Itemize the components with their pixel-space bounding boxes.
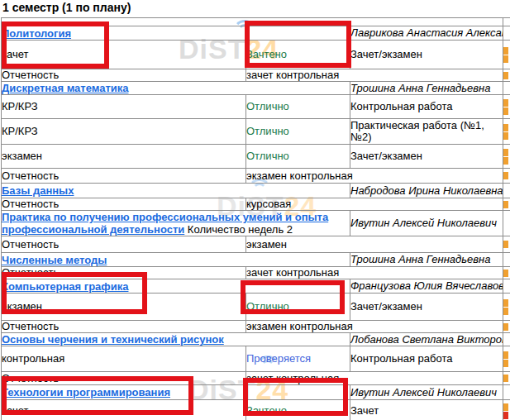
clipped-column-cell	[503, 236, 510, 253]
work-type-cell: Практическая работа (№1, №2)	[350, 119, 503, 145]
grade-row: КР/КРЗОтличноКонтрольная работа	[2, 95, 510, 119]
clipped-text-fragment	[503, 403, 508, 411]
clipped-column-cell	[503, 385, 510, 400]
teacher-name: Лобанова Светлана Викторовна	[350, 333, 503, 346]
subject-row: Компьютерная графикаФранцузова Юлия Вяче…	[2, 279, 510, 294]
grade-value: Зачтено	[246, 404, 287, 417]
clipped-column-cell	[503, 145, 510, 169]
subject-link[interactable]: Численные методы	[2, 254, 107, 266]
subject-cell: Дискретная математика	[2, 82, 350, 95]
clipped-column-cell	[503, 346, 510, 372]
report-row: Отчетностьзачет контрольная	[2, 69, 510, 82]
clipped-column-cell	[503, 41, 510, 69]
clipped-text-fragment	[503, 201, 508, 208]
clipped-column-cell	[503, 82, 510, 95]
report-label: Отчетность	[2, 321, 246, 333]
subject-link[interactable]: Основы черчения и технический рисунок	[2, 333, 224, 346]
clipped-text-fragment	[503, 149, 508, 156]
work-type-cell: Зачет/экзамен	[350, 145, 503, 169]
grade-value: Отлично	[246, 125, 289, 137]
work-type-cell: Зачет/экзамен	[350, 294, 503, 321]
clipped-column-cell	[503, 26, 510, 41]
grade-row: экзаменОтличноЗачет/экзамен	[2, 145, 510, 169]
clipped-column-cell	[503, 267, 510, 279]
subject-cell: Базы данных	[2, 184, 350, 198]
subject-cell: Компьютерная графика	[2, 279, 350, 294]
report-value: экзамен	[246, 236, 503, 253]
grade-cell: Отлично	[246, 95, 350, 119]
grade-value: Отлично	[246, 300, 289, 313]
subject-link[interactable]: Базы данных	[2, 184, 74, 197]
empty-cell	[2, 18, 503, 26]
clipped-column-cell	[503, 333, 510, 346]
clipped-column-cell	[503, 69, 510, 82]
report-row: Отчетностьэкзамен контрольная	[2, 321, 510, 333]
clipped-column-cell	[503, 279, 510, 294]
clipped-text-fragment	[503, 107, 508, 115]
report-label: Отчетность	[2, 267, 246, 279]
clipped-text-fragment	[503, 72, 508, 79]
clipped-column-cell	[503, 198, 510, 211]
grade-value: Зачтено	[246, 48, 287, 60]
grade-cell: Отлично	[246, 145, 350, 169]
report-value: зачет контрольная	[246, 372, 503, 385]
clipped-text-fragment	[503, 299, 508, 307]
teacher-name: Ивутин Алексей Николаевич	[350, 211, 503, 236]
report-label: Отчетность	[2, 198, 246, 211]
clipped-text-fragment	[503, 323, 508, 331]
report-label: Отчетность	[2, 236, 246, 253]
report-value: зачет контрольная	[246, 69, 503, 82]
clipped-column-cell	[503, 294, 510, 321]
report-row: Отчетностьзачет контрольная	[2, 267, 510, 279]
subject-link[interactable]: Технологии программирования	[2, 386, 170, 399]
report-value: экзамен контрольная	[246, 321, 503, 333]
spacer-row	[2, 18, 510, 26]
clipped-column-cell	[503, 372, 510, 385]
clipped-text-fragment	[503, 360, 508, 367]
assessment-form-cell: КР/КРЗ	[2, 119, 246, 145]
grade-row: КР/КРЗОтличноПрактическая работа (№1, №2…	[2, 119, 510, 145]
grade-cell: Зачтено	[246, 41, 350, 69]
report-row: Отчетностьэкзамен	[2, 236, 510, 253]
subject-link[interactable]: Политология	[2, 27, 71, 40]
clipped-column-cell	[503, 184, 510, 198]
subject-row: Технологии программированияИвутин Алексе…	[2, 385, 510, 400]
grade-cell: Отлично	[246, 119, 350, 145]
report-value: экзамен контрольная	[246, 169, 503, 184]
grade-value: Отлично	[246, 100, 289, 112]
grade-value: Отлично	[246, 150, 289, 162]
semester-title: 1 семестр (1 по плану)	[2, 1, 131, 14]
grade-cell: Проверяется	[246, 346, 350, 372]
semester-grades-table: ПолитологияЛаврикова Анастасия Александр…	[1, 17, 510, 420]
grade-row: зачетЗачтеноЗачет/экзамен	[2, 41, 510, 69]
work-type-cell: Зачет	[350, 400, 503, 420]
report-row: Отчетностькурсовая	[2, 198, 510, 211]
teacher-name: Лаврикова Анастасия Александровна	[350, 26, 503, 41]
subject-link[interactable]: Дискретная математика	[2, 82, 129, 94]
grade-row: контрольнаяПроверяетсяКонтрольная работа	[2, 346, 510, 372]
clipped-text-fragment	[503, 172, 508, 179]
subject-cell: Практика по получению профессиональных у…	[2, 211, 350, 236]
clipped-text-fragment	[503, 412, 508, 419]
clipped-text-fragment	[503, 47, 508, 55]
subject-row: ПолитологияЛаврикова Анастасия Александр…	[2, 26, 510, 41]
clipped-text-fragment	[503, 132, 508, 140]
subject-link[interactable]: Компьютерная графика	[2, 280, 128, 293]
assessment-form-cell: экзамен	[2, 145, 246, 169]
assessment-form-cell: экзамен	[2, 294, 246, 321]
subject-row: Основы черчения и технический рисунокЛоб…	[2, 333, 510, 346]
clipped-text-fragment	[503, 124, 508, 131]
gradebook-page: 1 семестр (1 по плану) DiST24 DiST24 DiS…	[0, 0, 510, 420]
clipped-text-fragment	[503, 241, 508, 248]
grade-value: Проверяется	[246, 352, 311, 365]
subject-cell: Численные методы	[2, 253, 350, 267]
clipped-column-cell	[503, 321, 510, 333]
subject-extra-text: Количество недель 2	[184, 223, 293, 236]
clipped-column-cell	[503, 211, 510, 236]
clipped-column-cell	[503, 253, 510, 267]
clipped-text-fragment	[503, 351, 508, 359]
report-row: Отчетностьэкзамен контрольная	[2, 169, 510, 184]
report-label: Отчетность	[2, 169, 246, 184]
assessment-form-cell: зачет	[2, 41, 246, 69]
report-row: Отчетностьзачет контрольная	[2, 372, 510, 385]
